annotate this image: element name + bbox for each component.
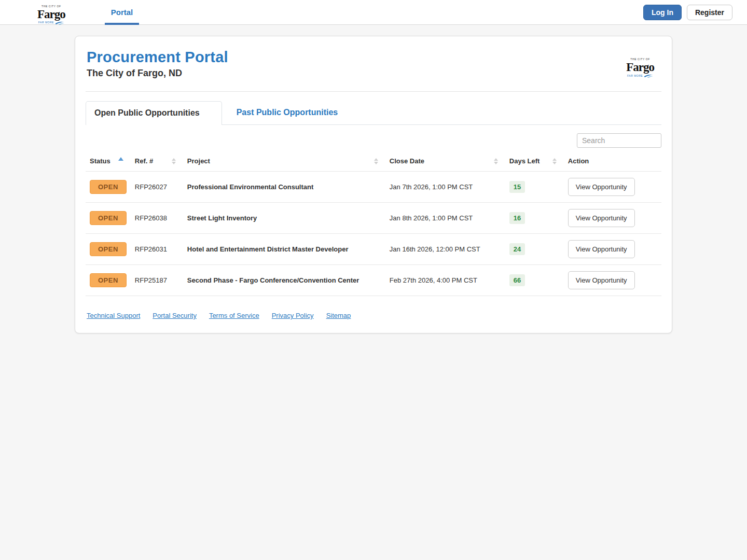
column-header-days-left[interactable]: Days Left xyxy=(505,152,564,172)
register-button[interactable]: Register xyxy=(687,5,732,20)
sort-icon xyxy=(494,158,498,164)
page-title: Procurement Portal xyxy=(87,49,228,66)
sort-icon xyxy=(374,158,378,164)
page-subtitle: The City of Fargo, ND xyxy=(87,68,228,79)
days-left-badge: 16 xyxy=(509,212,525,224)
status-badge: OPEN xyxy=(90,273,127,287)
sort-ascending-icon xyxy=(118,157,123,161)
link-privacy-policy[interactable]: Privacy Policy xyxy=(272,312,314,319)
search-input[interactable] xyxy=(577,133,661,148)
column-header-action: Action xyxy=(564,152,661,172)
view-opportunity-button[interactable]: View Opportunity xyxy=(568,209,635,227)
nav-item-portal-label: Portal xyxy=(111,8,133,17)
days-left-badge: 24 xyxy=(509,243,525,255)
footer-links: Technical Support Portal Security Terms … xyxy=(86,312,661,319)
ref-number: RFP26027 xyxy=(131,172,183,203)
close-date: Feb 27th 2026, 4:00 PM CST xyxy=(385,265,505,296)
ref-number: RFP26031 xyxy=(131,234,183,265)
login-button[interactable]: Log In xyxy=(643,5,682,20)
sort-icon xyxy=(552,158,557,164)
days-left-badge: 15 xyxy=(509,181,525,193)
view-opportunity-button[interactable]: View Opportunity xyxy=(568,178,635,196)
status-badge: OPEN xyxy=(90,242,127,256)
status-badge: OPEN xyxy=(90,211,127,225)
card-brand: THE CITY OF Fargo FAR MORE xyxy=(626,53,654,78)
sort-icon xyxy=(172,158,176,164)
tab-open-public-opportunities[interactable]: Open Public Opportunities xyxy=(86,101,222,125)
logo-swoosh-icon xyxy=(55,21,64,25)
table-row: OPEN RFP26031 Hotel and Entertainment Di… xyxy=(86,234,661,265)
auth-buttons: Log In Register xyxy=(643,5,732,20)
project-name: Professional Environmental Consultant xyxy=(183,172,385,203)
ref-number: RFP26038 xyxy=(131,203,183,234)
table-row: OPEN RFP26038 Street Light Inventory Jan… xyxy=(86,203,661,234)
column-header-status[interactable]: Status xyxy=(86,152,131,172)
close-date: Jan 8th 2026, 1:00 PM CST xyxy=(385,203,505,234)
status-badge: OPEN xyxy=(90,180,127,194)
column-header-project[interactable]: Project xyxy=(183,152,385,172)
table-row: OPEN RFP26027 Professional Environmental… xyxy=(86,172,661,203)
table-header-row: Status Ref. # Project xyxy=(86,152,661,172)
tab-past-public-opportunities[interactable]: Past Public Opportunities xyxy=(222,101,353,124)
project-name: Street Light Inventory xyxy=(183,203,385,234)
column-header-ref[interactable]: Ref. # xyxy=(131,152,183,172)
nav-active-underline xyxy=(105,23,140,25)
nav-brand[interactable]: THE CITY OF Fargo FAR MORE xyxy=(37,0,65,25)
project-name: Second Phase - Fargo Conference/Conventi… xyxy=(183,265,385,296)
tabs: Open Public Opportunities Past Public Op… xyxy=(86,101,661,125)
top-navigation: THE CITY OF Fargo FAR MORE Portal Log In… xyxy=(0,0,747,25)
ref-number: RFP25187 xyxy=(131,265,183,296)
logo-main-text: Fargo xyxy=(626,61,654,73)
column-header-close-date[interactable]: Close Date xyxy=(385,152,505,172)
view-opportunity-button[interactable]: View Opportunity xyxy=(568,271,635,289)
logo-top-text: THE CITY OF xyxy=(42,5,61,8)
days-left-badge: 66 xyxy=(509,274,525,286)
fargo-logo: THE CITY OF Fargo FAR MORE xyxy=(626,58,654,78)
view-opportunity-button[interactable]: View Opportunity xyxy=(568,240,635,258)
logo-swoosh-icon xyxy=(644,74,653,78)
project-name: Hotel and Entertainment District Master … xyxy=(183,234,385,265)
logo-tagline-text: FAR MORE xyxy=(627,75,643,77)
close-date: Jan 16th 2026, 12:00 PM CST xyxy=(385,234,505,265)
procurement-portal-card: Procurement Portal The City of Fargo, ND… xyxy=(75,36,672,333)
opportunities-tbody: OPEN RFP26027 Professional Environmental… xyxy=(86,172,661,296)
logo-tagline-text: FAR MORE xyxy=(38,21,54,24)
nav-item-portal[interactable]: Portal xyxy=(109,0,135,25)
link-sitemap[interactable]: Sitemap xyxy=(326,312,351,319)
header-divider xyxy=(86,91,661,92)
main-content: Procurement Portal The City of Fargo, ND… xyxy=(0,36,747,333)
link-portal-security[interactable]: Portal Security xyxy=(153,312,197,319)
search-row xyxy=(86,133,661,148)
link-terms-of-service[interactable]: Terms of Service xyxy=(209,312,259,319)
close-date: Jan 7th 2026, 1:00 PM CST xyxy=(385,172,505,203)
opportunities-table: Status Ref. # Project xyxy=(86,152,661,296)
fargo-logo: THE CITY OF Fargo FAR MORE xyxy=(37,5,65,25)
logo-main-text: Fargo xyxy=(37,8,65,20)
link-technical-support[interactable]: Technical Support xyxy=(87,312,140,319)
card-header: Procurement Portal The City of Fargo, ND… xyxy=(86,49,661,79)
nav-items: Portal xyxy=(109,0,135,25)
table-row: OPEN RFP25187 Second Phase - Fargo Confe… xyxy=(86,265,661,296)
